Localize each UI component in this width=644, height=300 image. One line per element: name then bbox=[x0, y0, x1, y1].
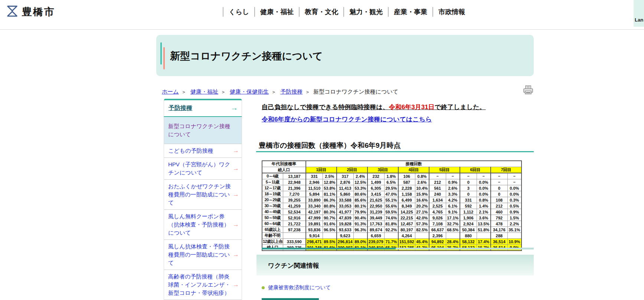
breadcrumb-link[interactable]: 健康・福祉 bbox=[190, 88, 218, 95]
nav-item[interactable]: 教育・文化 bbox=[299, 7, 343, 17]
table-cell: 80,197 bbox=[398, 227, 415, 233]
related-link-item[interactable]: 健康被害救済制度について bbox=[262, 284, 331, 291]
sidebar-item-label: 新型コロナワクチン接種について bbox=[168, 123, 230, 137]
banner-accent-bar-teal bbox=[160, 42, 162, 65]
sidebar-item-label: HPV（子宮頸がん）ワクチンについて bbox=[168, 161, 230, 176]
nav-item[interactable]: 健康・福祉 bbox=[254, 7, 299, 17]
table-cell: 10.9% bbox=[507, 239, 522, 245]
toyohashi-logo-icon bbox=[5, 4, 19, 20]
language-button[interactable]: Lan bbox=[634, 0, 644, 27]
table-cell: 接種回数 bbox=[306, 161, 522, 167]
table-cell: 90.7% bbox=[323, 215, 337, 221]
breadcrumb-link[interactable]: ホーム bbox=[162, 88, 179, 95]
nav-item[interactable]: 魅力・観光 bbox=[343, 7, 388, 17]
table-cell: 792 bbox=[491, 215, 507, 221]
table-cell: 333,590 bbox=[283, 239, 306, 245]
site-title: 豊橋市 bbox=[22, 5, 55, 19]
notice-date: 令和6年3月31日 bbox=[389, 104, 435, 111]
table-cell: 2,946 bbox=[306, 179, 323, 185]
table-cell: 7,270 bbox=[283, 191, 306, 197]
table-cell: 60～64歳 bbox=[262, 221, 283, 227]
table-cell: 20.2% bbox=[415, 203, 429, 209]
table-cell: 212 bbox=[429, 179, 446, 185]
nav-item[interactable]: くらし bbox=[223, 7, 254, 17]
table-cell: － bbox=[507, 173, 522, 179]
sidebar-item[interactable]: 高齢者の予防接種（肺炎球菌・インフルエンザ・新型コロナ・帯状疱疹） → bbox=[164, 270, 242, 300]
r6-vaccination-info-link[interactable]: 令和6年度からの新型コロナワクチン接種についてはこちら bbox=[262, 115, 432, 124]
table-cell: 5回目 bbox=[429, 167, 460, 173]
table-cell: 31,239 bbox=[367, 209, 384, 215]
table-cell: 17,763 bbox=[367, 221, 384, 227]
sidebar-item[interactable]: おたふくかぜワクチン接種費用の一部助成について → bbox=[164, 180, 242, 210]
sidebar-menu: 新型コロナワクチン接種について → こどもの予防接種 → HPV（子宮頸がん）ワ… bbox=[164, 117, 242, 300]
sidebar-item[interactable]: 新型コロナワクチン接種について → bbox=[164, 117, 242, 144]
vaccination-count-section-title: 豊橋市の接種回数（接種率）令和6年9月時点 bbox=[259, 141, 401, 150]
sidebar-header-yobousesshu[interactable]: 予防接種 → bbox=[164, 99, 242, 117]
table-cell: 6,499 bbox=[398, 197, 415, 203]
table-cell: 5,894 bbox=[306, 191, 323, 197]
table-cell: 53.8% bbox=[323, 185, 337, 191]
sidebar-item[interactable]: 風しん無料クーポン券（抗体検査・予防接種）について → bbox=[164, 210, 242, 240]
table-cell: 80.3% bbox=[323, 209, 337, 215]
table-cell: 0.8% bbox=[415, 173, 429, 179]
table-cell: 36,514 bbox=[491, 239, 507, 245]
table-cell: 13,187 bbox=[283, 173, 306, 179]
table-cell: 80.6% bbox=[353, 191, 367, 197]
table-cell: 2.2% bbox=[507, 221, 522, 227]
table-cell: 296,814 bbox=[337, 239, 353, 245]
table-row: 30～39歳41,25933,34080.8%33,05380.1%22,950… bbox=[262, 203, 522, 209]
table-cell: 12～17歳 bbox=[262, 185, 283, 191]
table-cell: 総人口 bbox=[262, 167, 306, 173]
table-cell: 35.1% bbox=[507, 227, 522, 233]
table-cell: 880 bbox=[460, 233, 477, 239]
table-cell: 34,176 bbox=[491, 227, 507, 233]
table-cell: 85.6% bbox=[353, 197, 367, 203]
sidebar-item-label: こどもの予防接種 bbox=[168, 147, 213, 154]
table-cell: 7,108 bbox=[429, 221, 446, 227]
breadcrumb-link[interactable]: 予防接種 bbox=[280, 88, 303, 95]
table-cell: 478 bbox=[491, 221, 507, 227]
table-cell: 55.1% bbox=[384, 197, 398, 203]
table-cell: 1,158 bbox=[398, 191, 415, 197]
sidebar: 予防接種 → 新型コロナワクチン接種について → こどもの予防接種 → HPV（… bbox=[164, 99, 242, 300]
sidebar-item[interactable]: 風しん抗体検査・予防接種費用の一部助成について → bbox=[164, 240, 242, 270]
table-cell: 81.1% bbox=[323, 191, 337, 197]
table-row: 18～19歳7,2705,89481.1%5,86080.6%3,41547.0… bbox=[262, 191, 522, 197]
table-cell: － bbox=[491, 179, 507, 185]
nav-item[interactable]: 市政情報 bbox=[432, 7, 470, 17]
table-cell: 2.4% bbox=[353, 173, 367, 179]
sidebar-item[interactable]: HPV（子宮頸がん）ワクチンについて → bbox=[164, 158, 242, 180]
table-cell: 14,225 bbox=[398, 209, 415, 215]
vaccine-related-info-title: ワクチン関連情報 bbox=[268, 261, 319, 270]
table-cell: 68.5% bbox=[446, 227, 460, 233]
table-cell: 90.4% bbox=[353, 215, 367, 221]
table-cell: 10.4% bbox=[415, 185, 429, 191]
table-cell bbox=[477, 233, 491, 239]
table-cell: 1,906 bbox=[460, 215, 477, 221]
breadcrumb-link[interactable]: 健康・保健衛生 bbox=[230, 88, 269, 95]
site-logo[interactable]: 豊橋市 bbox=[5, 4, 55, 20]
table-cell: 30～39歳 bbox=[262, 203, 283, 209]
table-cell: 0.9% bbox=[446, 179, 460, 185]
language-label: Lan bbox=[635, 17, 643, 23]
table-cell: 0 bbox=[491, 185, 507, 191]
breadcrumb-current: 新型コロナワクチン接種について bbox=[313, 88, 398, 95]
table-cell: 22,950 bbox=[367, 203, 384, 209]
table-cell: 1,499 bbox=[367, 179, 384, 185]
arrow-right-icon: → bbox=[233, 147, 239, 155]
table-cell: 151,592 bbox=[398, 239, 415, 245]
table-cell: 81.8% bbox=[384, 221, 398, 227]
table-row: 5～11歳22,9482,94612.8%2,87612.5%1,4996.5%… bbox=[262, 179, 522, 185]
table-cell: 47.0% bbox=[384, 191, 398, 197]
banner-accent-bar-coral bbox=[163, 47, 165, 69]
print-button[interactable] bbox=[523, 85, 534, 95]
table-cell: 29.5% bbox=[384, 185, 398, 191]
nav-item[interactable]: 産業・事業 bbox=[388, 7, 432, 17]
table-cell: 19,891 bbox=[306, 221, 323, 227]
table-cell: 2,525 bbox=[429, 203, 446, 209]
table-cell: － bbox=[460, 173, 477, 179]
table-cell: 0.0% bbox=[477, 191, 491, 197]
table-cell: 94,892 bbox=[429, 239, 446, 245]
sidebar-item[interactable]: こどもの予防接種 → bbox=[164, 144, 242, 158]
table-cell: 4回目 bbox=[398, 167, 429, 173]
